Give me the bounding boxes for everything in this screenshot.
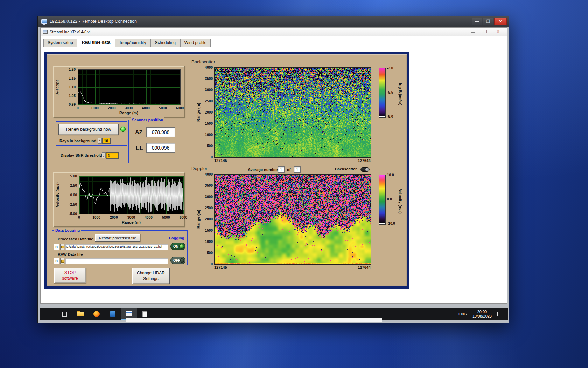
- rdp-minimize-button[interactable]: —: [472, 18, 482, 25]
- average-of-label: of: [287, 168, 290, 172]
- data-logging-group: Data Logging Processed Data file Restart…: [52, 230, 188, 265]
- spinner-down-icon[interactable]: ▼: [103, 156, 105, 158]
- backscatter-x-end: 127644: [358, 158, 371, 163]
- processed-browse-button[interactable]: [60, 244, 64, 250]
- change-line2: Settings: [143, 276, 158, 281]
- scan-scheduler-icon: [142, 311, 147, 317]
- change-lidar-settings-button[interactable]: Change LiDAR Settings: [132, 268, 170, 284]
- tab-strip: System setup Real time data Temp/humidit…: [43, 38, 505, 47]
- tab-real-time-data[interactable]: Real time data: [78, 38, 114, 47]
- snr-threshold-label: Display SNR threshold: [61, 153, 102, 157]
- raw-path-field[interactable]: [65, 258, 168, 264]
- toggle-led-off: [180, 258, 184, 263]
- raw-file-label: RAW Data file: [58, 252, 83, 257]
- tab-wind-profile[interactable]: Wind profile: [180, 39, 211, 47]
- average-total-value: 1: [294, 166, 301, 173]
- rdp-close-button[interactable]: ✕: [494, 18, 507, 25]
- velocity-y-ticks: 5.002.500.00-2.50-5.00: [62, 176, 78, 214]
- ascope-y-ticks: 1.201.151.101.050.99: [61, 69, 76, 104]
- tab-scheduling[interactable]: Scheduling: [150, 39, 180, 47]
- ascope-y-axis-label: A-scope: [54, 69, 60, 104]
- raw-logging-toggle[interactable]: OFF: [170, 257, 186, 264]
- app-restore-button[interactable]: ❐: [482, 29, 489, 35]
- raw-browse-button[interactable]: [60, 258, 64, 264]
- rdp-restore-button[interactable]: ❐: [483, 18, 493, 25]
- processed-drive-selector[interactable]: C: [54, 244, 59, 250]
- scanner-position-group: Scanner position AZ 078.988 EL 000.096: [128, 120, 186, 163]
- system-tray: ENG 20:00 19/08/2023: [458, 309, 508, 319]
- clock-date: 19/08/2023: [472, 314, 492, 319]
- azimuth-label: AZ: [135, 129, 142, 136]
- firefox-button[interactable]: [89, 308, 105, 320]
- language-indicator[interactable]: ENG: [458, 312, 467, 316]
- ascope-x-ticks: 0100020003000400050006000: [78, 106, 180, 110]
- app-minimize-button[interactable]: —: [469, 29, 477, 35]
- backscatter-toggle-label: Backscatter: [335, 167, 357, 171]
- tab-system-setup[interactable]: System setup: [43, 39, 77, 47]
- drive-letter: C: [55, 259, 58, 263]
- doppler-heatmap: [214, 174, 371, 265]
- notification-icon[interactable]: [497, 312, 503, 316]
- rdp-window: 192.168.0.122 - Remote Desktop Connectio…: [37, 16, 509, 323]
- remote-desktop-area: StreamLine XR v14-6.vi — ❐ ✕ System setu…: [38, 27, 509, 323]
- rdp-window-controls: — ❐ ✕: [472, 18, 509, 25]
- on-label: ON: [173, 245, 178, 248]
- backscatter-heatmap: [214, 67, 371, 158]
- azimuth-value: 078.988: [146, 127, 175, 137]
- elevation-label: EL: [136, 145, 143, 151]
- app-icon: [43, 30, 48, 34]
- snr-threshold-group: Display SNR threshold ▲ ▼ 1: [54, 148, 127, 163]
- app-close-button[interactable]: ✕: [494, 29, 502, 35]
- snr-spinner[interactable]: ▲ ▼: [102, 152, 106, 158]
- processed-path-field[interactable]: C:\Lidar\Data\Proc\2023\202308\20230819\…: [65, 244, 168, 250]
- app-window: StreamLine XR v14-6.vi — ❐ ✕ System setu…: [40, 27, 507, 304]
- doppler-x-ticks: 127145 127644: [214, 265, 371, 270]
- rdp-window-title: 192.168.0.122 - Remote Desktop Connectio…: [50, 19, 137, 24]
- processed-logging-toggle[interactable]: ON: [170, 243, 186, 250]
- rays-in-background-value[interactable]: 10: [102, 138, 111, 144]
- blue-app-button[interactable]: [105, 308, 121, 320]
- velocity-x-axis-label: Range (m): [79, 220, 183, 224]
- app-titlebar[interactable]: StreamLine XR v14-6.vi — ❐ ✕: [41, 28, 507, 36]
- elevation-value: 000.096: [146, 143, 175, 153]
- backscatter-colorbar-label: log B (/m/sr): [398, 66, 403, 122]
- doppler-y-ticks: 40003500300025002000150010005000: [201, 174, 214, 264]
- backscatter-toggle[interactable]: [360, 167, 370, 172]
- velocity-graph-frame: Velocity (m/s) 5.002.500.00-2.50-5.00 01…: [53, 172, 185, 227]
- data-logging-caption: Data Logging: [54, 228, 81, 233]
- backscatter-title: Backscatter: [191, 59, 215, 64]
- app-window-controls: — ❐ ✕: [469, 29, 507, 35]
- rdp-app-icon: [41, 19, 47, 24]
- file-explorer-icon: [77, 312, 84, 316]
- ascope-x-axis-label: Range (m): [78, 111, 180, 115]
- change-line1: Change LiDAR: [137, 270, 165, 276]
- velocity-plot: [79, 176, 184, 214]
- blue-app-icon: [110, 311, 115, 317]
- background-status-led: [120, 127, 126, 132]
- average-number-value[interactable]: 1: [278, 166, 285, 173]
- renew-background-button[interactable]: Renew background now: [58, 124, 119, 135]
- task-view-button[interactable]: [56, 308, 72, 320]
- firefox-icon: [93, 311, 100, 317]
- processed-file-label: Processed Data file: [58, 237, 93, 241]
- doppler-x-end: 127644: [358, 265, 371, 270]
- tab-temp-humidity[interactable]: Temp/humidity: [115, 39, 150, 47]
- spinner-down-icon[interactable]: ▼: [99, 141, 101, 143]
- main-panel: A-scope 1.201.151.101.050.99 01000200030…: [44, 52, 410, 289]
- raw-drive-selector[interactable]: C: [54, 258, 59, 264]
- stop-software-button[interactable]: STOP software: [54, 268, 86, 283]
- rays-spinner[interactable]: ▲ ▼: [98, 138, 102, 144]
- snr-threshold-value[interactable]: 1: [106, 152, 119, 159]
- app-title: StreamLine XR v14-6.vi: [50, 30, 90, 34]
- logging-label: Logging: [169, 236, 184, 240]
- backscatter-x-start: 127145: [214, 158, 227, 163]
- file-explorer-button[interactable]: [72, 308, 89, 320]
- rdp-titlebar[interactable]: 192.168.0.122 - Remote Desktop Connectio…: [38, 16, 509, 27]
- restart-processed-file-button[interactable]: Restart processed file: [95, 234, 140, 242]
- task-view-icon: [62, 312, 67, 317]
- background-group: Renew background now Rays in background …: [56, 121, 127, 146]
- clock[interactable]: 20:00 19/08/2023: [472, 309, 492, 319]
- taskbar-white-bar: [126, 318, 382, 322]
- desktop-background: 192.168.0.122 - Remote Desktop Connectio…: [0, 0, 588, 368]
- ascope-plot: [78, 69, 181, 105]
